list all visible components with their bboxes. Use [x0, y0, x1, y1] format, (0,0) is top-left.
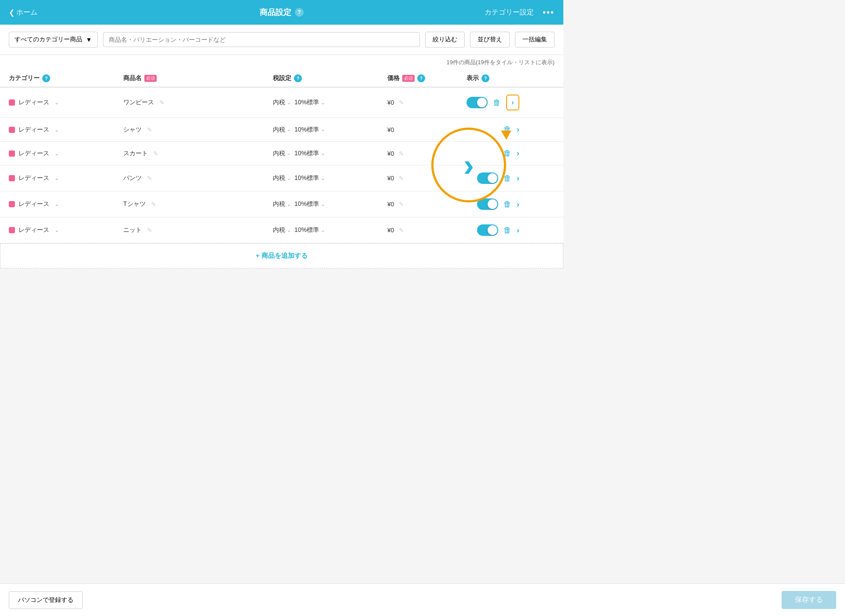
- price-value: ¥0: [387, 99, 394, 106]
- category-cell: レディース ⌄: [9, 150, 123, 158]
- delete-icon[interactable]: 🗑: [493, 98, 501, 107]
- product-edit-icon[interactable]: ✎: [153, 150, 158, 157]
- price-cell: ¥0 ✎: [387, 99, 467, 106]
- th-display: 表示 ?: [467, 74, 519, 82]
- product-cell: パンツ ✎: [123, 174, 273, 182]
- filter-button[interactable]: 絞り込む: [425, 32, 465, 48]
- product-edit-icon[interactable]: ✎: [159, 99, 165, 106]
- product-edit-icon[interactable]: ✎: [147, 175, 152, 182]
- display-toggle[interactable]: [477, 172, 498, 184]
- display-toggle[interactable]: [477, 198, 498, 210]
- product-cell: シャツ ✎: [123, 126, 273, 134]
- category-name: レディース: [18, 174, 49, 182]
- detail-arrow-button[interactable]: ›: [517, 200, 519, 209]
- tax-cell: 内税 ⌄ 10%標準 ⌄: [273, 174, 387, 182]
- display-toggle[interactable]: [477, 224, 498, 236]
- delete-icon[interactable]: 🗑: [503, 174, 511, 183]
- product-count: 19件の商品(19件をタイル・リストに表示): [446, 59, 555, 66]
- product-cell: Tシャツ ✎: [123, 200, 273, 208]
- price-edit-icon[interactable]: ✎: [399, 150, 404, 157]
- detail-arrow-button[interactable]: ›: [517, 149, 519, 158]
- tax-cell: 内税 ⌄ 10%標準 ⌄: [273, 150, 387, 158]
- category-select[interactable]: すべてのカテゴリー商品 ▼: [9, 32, 98, 48]
- detail-arrow-button[interactable]: ›: [506, 95, 519, 110]
- price-edit-icon[interactable]: ✎: [399, 99, 404, 106]
- table-row: レディース ⌄ ワンピース ✎ 内税 ⌄ 10%標準 ⌄ ¥0 ✎ 🗑 ›: [0, 88, 563, 118]
- toolbar: すべてのカテゴリー商品 ▼ 絞り込む 並び替え 一括編集: [0, 25, 563, 55]
- tax-chevron-icon[interactable]: ⌄: [287, 127, 291, 132]
- table-row: レディース ⌄ ニット ✎ 内税 ⌄ 10%標準 ⌄ ¥0 ✎ 🗑 ›: [0, 217, 563, 243]
- price-value: ¥0: [387, 201, 394, 208]
- th-tax: 税設定 ?: [273, 74, 387, 82]
- sort-button[interactable]: 並び替え: [470, 32, 510, 48]
- detail-arrow-button[interactable]: ›: [517, 125, 519, 134]
- delete-icon[interactable]: 🗑: [503, 149, 511, 158]
- category-chevron-icon[interactable]: ⌄: [55, 99, 59, 106]
- tax-rate-chevron-icon[interactable]: ⌄: [321, 100, 325, 106]
- price-edit-icon[interactable]: ✎: [399, 227, 404, 234]
- tax-rate-chevron-icon[interactable]: ⌄: [321, 127, 325, 132]
- price-cell: ¥0: [387, 126, 467, 133]
- product-edit-icon[interactable]: ✎: [151, 201, 156, 208]
- tax-rate-chevron-icon[interactable]: ⌄: [321, 176, 325, 181]
- price-edit-icon[interactable]: ✎: [399, 201, 404, 208]
- tax-chevron-icon[interactable]: ⌄: [287, 227, 291, 233]
- more-options-icon[interactable]: •••: [543, 7, 555, 18]
- header-title: 商品設定 ?: [260, 7, 304, 18]
- price-cell: ¥0 ✎: [387, 227, 467, 234]
- tax-type: 内税: [273, 200, 285, 208]
- category-name: レディース: [18, 226, 49, 234]
- detail-arrow-button[interactable]: ›: [517, 226, 519, 235]
- tax-chevron-icon[interactable]: ⌄: [287, 150, 291, 156]
- product-required-badge: 必須: [144, 75, 157, 82]
- display-cell: 🗑 ›: [467, 95, 519, 110]
- tax-type: 内税: [273, 226, 285, 234]
- category-color-dot: [9, 150, 15, 157]
- title-help-icon[interactable]: ?: [295, 8, 304, 17]
- category-chevron-icon[interactable]: ⌄: [55, 227, 59, 233]
- product-name: スカート: [123, 150, 148, 158]
- tax-chevron-icon[interactable]: ⌄: [287, 100, 291, 106]
- tax-rate: 10%標準: [294, 126, 319, 134]
- bulk-edit-button[interactable]: 一括編集: [515, 32, 555, 48]
- display-help-icon[interactable]: ?: [481, 74, 489, 82]
- tax-rate: 10%標準: [294, 99, 319, 106]
- table-header: カテゴリー ? 商品名 必須 税設定 ? 価格 必須 ? 表示 ?: [0, 70, 563, 88]
- price-help-icon[interactable]: ?: [417, 74, 425, 82]
- delete-icon[interactable]: 🗑: [503, 200, 511, 209]
- price-edit-icon[interactable]: ✎: [399, 175, 404, 182]
- table-row: レディース ⌄ Tシャツ ✎ 内税 ⌄ 10%標準 ⌄ ¥0 ✎ 🗑 ›: [0, 191, 563, 217]
- tax-help-icon[interactable]: ?: [294, 74, 302, 82]
- add-product-button[interactable]: + 商品を追加する: [256, 252, 308, 260]
- category-chevron-icon[interactable]: ⌄: [55, 150, 59, 157]
- display-toggle[interactable]: [467, 97, 488, 108]
- delete-icon[interactable]: 🗑: [503, 125, 511, 134]
- display-cell: 🗑 ›: [467, 224, 519, 236]
- category-name: レディース: [18, 150, 49, 158]
- delete-icon[interactable]: 🗑: [503, 226, 511, 235]
- tax-chevron-icon[interactable]: ⌄: [287, 176, 291, 181]
- price-cell: ¥0 ✎: [387, 150, 467, 157]
- product-edit-icon[interactable]: ✎: [147, 227, 152, 234]
- product-name: パンツ: [123, 174, 142, 182]
- tax-rate: 10%標準: [294, 174, 319, 182]
- tax-rate-chevron-icon[interactable]: ⌄: [321, 227, 325, 233]
- tax-rate-chevron-icon[interactable]: ⌄: [321, 202, 325, 207]
- tax-rate-chevron-icon[interactable]: ⌄: [321, 150, 325, 156]
- product-edit-icon[interactable]: ✎: [147, 126, 152, 133]
- category-chevron-icon[interactable]: ⌄: [55, 201, 59, 207]
- category-help-icon[interactable]: ?: [42, 74, 50, 82]
- category-color-dot: [9, 201, 15, 207]
- category-chevron-icon[interactable]: ⌄: [55, 127, 59, 133]
- tax-type: 内税: [273, 150, 285, 158]
- category-settings-link[interactable]: カテゴリー設定: [485, 8, 534, 17]
- category-chevron-icon[interactable]: ⌄: [55, 175, 59, 181]
- back-button[interactable]: ❮ ホーム: [9, 8, 37, 17]
- search-input[interactable]: [103, 32, 420, 47]
- display-cell: 🗑 ›: [467, 172, 519, 184]
- add-product-row[interactable]: + 商品を追加する: [0, 243, 563, 268]
- chevron-down-icon: ▼: [86, 36, 92, 43]
- tax-type: 内税: [273, 174, 285, 182]
- detail-arrow-button[interactable]: ›: [517, 174, 519, 183]
- tax-chevron-icon[interactable]: ⌄: [287, 202, 291, 207]
